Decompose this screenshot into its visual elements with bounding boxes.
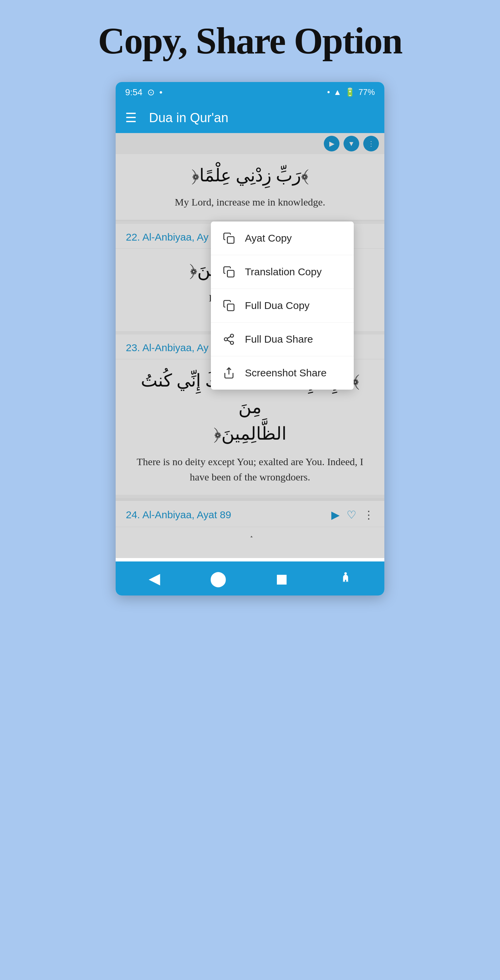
- svg-line-7: [227, 337, 231, 339]
- menu-item-full-dua-share[interactable]: Full Dua Share: [211, 323, 354, 356]
- svg-point-9: [344, 572, 347, 575]
- nav-back-button[interactable]: ◀: [141, 565, 168, 592]
- menu-item-full-dua-copy[interactable]: Full Dua Copy: [211, 289, 354, 323]
- signal-dot: •: [327, 88, 330, 97]
- menu-item-ayat-copy[interactable]: Ayat Copy: [211, 221, 354, 255]
- phone-mockup: 9:54 ⊙ • • ▲ 🔋 77% ☰ Dua in Qur'an ▶ ▼ ⋮…: [116, 82, 384, 595]
- menu-label-screenshot-share: Screenshot Share: [245, 367, 327, 379]
- nav-accessibility-button[interactable]: [332, 565, 359, 592]
- battery-icon: 🔋: [345, 88, 355, 97]
- page-title: Copy, Share Option: [98, 21, 402, 62]
- svg-point-4: [224, 338, 227, 341]
- menu-label-full-dua-copy: Full Dua Copy: [245, 300, 310, 311]
- svg-rect-2: [227, 304, 234, 311]
- copy-icon-ayat: [222, 232, 235, 245]
- menu-label-full-dua-share: Full Dua Share: [245, 334, 313, 345]
- app-bar-title: Dua in Qur'an: [149, 111, 228, 125]
- signal-icon: ▲: [333, 88, 341, 97]
- copy-icon-translation: [222, 266, 235, 278]
- context-menu: Ayat Copy Translation Copy: [211, 221, 354, 390]
- svg-rect-0: [227, 237, 234, 243]
- app-bar: ☰ Dua in Qur'an: [116, 102, 384, 133]
- hamburger-icon[interactable]: ☰: [125, 110, 137, 125]
- share-icon: [222, 333, 235, 346]
- svg-rect-1: [227, 270, 234, 277]
- svg-point-3: [231, 334, 234, 337]
- status-bar: 9:54 ⊙ • • ▲ 🔋 77%: [116, 82, 384, 102]
- menu-label-ayat-copy: Ayat Copy: [245, 232, 292, 244]
- nav-home-button[interactable]: ⬤: [205, 565, 232, 592]
- status-time: 9:54: [125, 87, 143, 98]
- svg-point-5: [231, 341, 234, 344]
- menu-item-translation-copy[interactable]: Translation Copy: [211, 255, 354, 289]
- bottom-nav: ◀ ⬤ ◼: [116, 562, 384, 595]
- nav-recents-button[interactable]: ◼: [268, 565, 295, 592]
- status-left: 9:54 ⊙ •: [125, 87, 163, 98]
- menu-item-screenshot-share[interactable]: Screenshot Share: [211, 356, 354, 390]
- svg-line-6: [227, 340, 231, 342]
- bullet-dot: •: [160, 87, 163, 98]
- screenshot-share-icon: [222, 366, 235, 379]
- menu-label-translation-copy: Translation Copy: [245, 266, 322, 278]
- battery-level: 77%: [359, 88, 375, 97]
- content-area: ▶ ▼ ⋮ ﴾رَبِّ زِدْنِي عِلْمًا﴿ My Lord, i…: [116, 133, 384, 558]
- copy-icon-full-dua: [222, 299, 235, 312]
- notification-icon: ⊙: [147, 87, 155, 98]
- status-right: • ▲ 🔋 77%: [327, 88, 375, 97]
